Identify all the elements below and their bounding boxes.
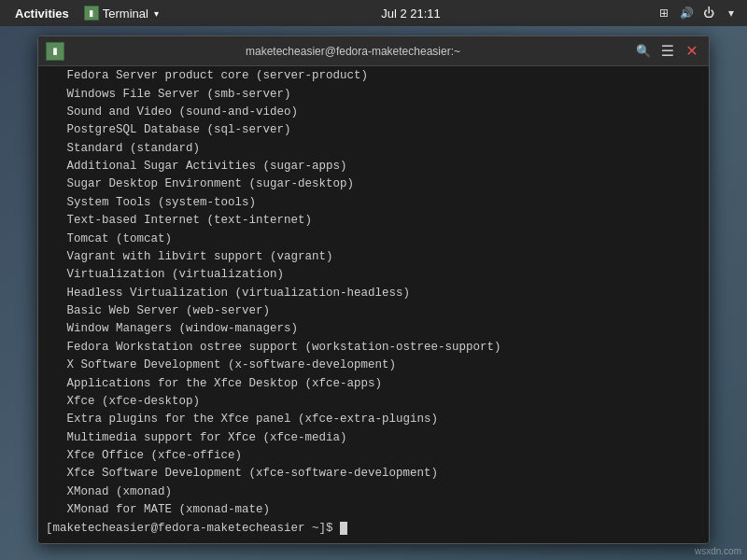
terminal-line: Sugar Desktop Environment (sugar-desktop…: [46, 175, 701, 193]
search-button[interactable]: 🔍: [634, 42, 653, 61]
volume-icon[interactable]: 🔊: [678, 5, 695, 21]
terminal-line: Sound and Video (sound-and-video): [46, 104, 701, 121]
topbar: Activities ▮ Terminal ▾ Jul 2 21:11 ⊞ 🔊 …: [0, 0, 747, 26]
menu-button[interactable]: ☰: [658, 42, 677, 61]
terminal-line: Multimedia support for Xfce (xfce-media): [46, 429, 701, 447]
terminal-line: Extra plugins for the Xfce panel (xfce-e…: [46, 411, 701, 428]
terminal-titlebar: ▮ maketecheasier@fedora-maketecheasier:~…: [38, 36, 709, 66]
terminal-window-controls: 🔍 ☰ ✕: [634, 42, 701, 61]
desktop: ▮ maketecheasier@fedora-maketecheasier:~…: [0, 26, 747, 560]
terminal-line: Basic Web Server (web-server): [46, 302, 701, 320]
terminal-line: Xfce (xfce-desktop): [46, 393, 701, 411]
terminal-window-icon: ▮: [46, 42, 64, 61]
terminal-taskbar-item[interactable]: ▮ Terminal ▾: [77, 6, 166, 21]
terminal-line: Fedora Workstation ostree support (works…: [46, 339, 701, 357]
terminal-line: X Software Development (x-software-devel…: [46, 357, 701, 374]
terminal-taskbar-chevron: ▾: [154, 8, 159, 19]
terminal-line: XMonad (xmonad): [46, 483, 701, 501]
terminal-body[interactable]: Security Lab (security-lab) Server Confi…: [38, 66, 709, 543]
terminal-line: Headless Virtualization (virtualization-…: [46, 285, 701, 302]
terminal-line: Xfce Office (xfce-office): [46, 447, 701, 465]
terminal-line: PostgreSQL Database (sql-server): [46, 121, 701, 139]
terminal-line: Standard (standard): [46, 140, 701, 158]
terminal-window: ▮ maketecheasier@fedora-maketecheasier:~…: [37, 35, 710, 544]
terminal-window-title: maketecheasier@fedora-maketecheasier:~: [72, 45, 634, 58]
terminal-taskbar-icon: ▮: [84, 6, 99, 21]
terminal-line: Window Managers (window-managers): [46, 320, 701, 338]
terminal-line: Vagrant with libvirt support (vagrant): [46, 248, 701, 266]
terminal-line: Tomcat (tomcat): [46, 231, 701, 248]
terminal-line: XMonad for MATE (xmonad-mate): [46, 501, 701, 519]
terminal-cursor: [340, 522, 347, 535]
terminal-taskbar-label: Terminal: [103, 7, 148, 21]
terminal-line: Additional Sugar Activities (sugar-apps): [46, 158, 701, 175]
terminal-line: Fedora Server product core (server-produ…: [46, 67, 701, 85]
topbar-right-icons: ⊞ 🔊 ⏻ ▾: [655, 5, 740, 21]
terminal-line: Virtualization (virtualization): [46, 266, 701, 284]
activities-button[interactable]: Activities: [7, 7, 77, 21]
terminal-line: Xfce Software Development (xfce-software…: [46, 465, 701, 483]
topbar-datetime: Jul 2 21:11: [166, 7, 655, 21]
close-button[interactable]: ✕: [683, 42, 701, 61]
terminal-prompt-line: [maketecheasier@fedora-maketecheasier ~]…: [46, 520, 701, 538]
terminal-line: System Tools (system-tools): [46, 194, 701, 212]
terminal-line: Text-based Internet (text-internet): [46, 212, 701, 230]
network-icon[interactable]: ⊞: [655, 5, 672, 21]
terminal-line: Windows File Server (smb-server): [46, 86, 701, 104]
watermark: wsxdn.com: [695, 546, 741, 556]
terminal-line: Applications for the Xfce Desktop (xfce-…: [46, 375, 701, 393]
menu-icon[interactable]: ▾: [723, 5, 740, 21]
power-icon[interactable]: ⏻: [700, 5, 717, 21]
